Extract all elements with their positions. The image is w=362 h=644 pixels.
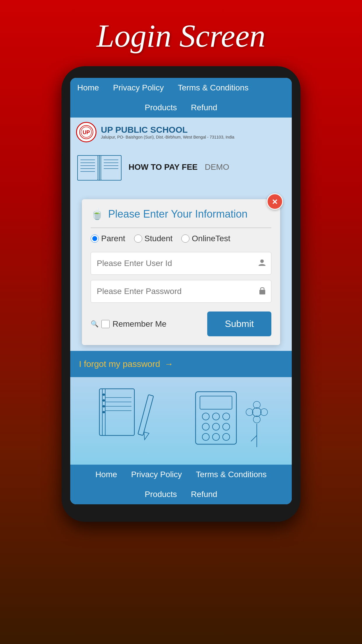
radio-parent[interactable]: Parent bbox=[91, 234, 125, 243]
forgot-password-bar: I forgot my password → bbox=[70, 351, 292, 377]
bottom-illustration bbox=[94, 383, 268, 459]
svg-point-41 bbox=[223, 433, 230, 440]
svg-point-44 bbox=[253, 416, 260, 423]
form-actions: 🔍 Remember Me Submit bbox=[91, 312, 271, 336]
bottom-nav-row2: Products Refund bbox=[70, 484, 292, 504]
bottom-nav-row1: Home Privacy Policy Terms & Conditions bbox=[70, 465, 292, 484]
form-icon: 🍵 bbox=[91, 208, 104, 220]
book-illustration bbox=[76, 150, 123, 185]
svg-point-28 bbox=[103, 411, 105, 413]
userid-wrapper bbox=[91, 252, 271, 275]
page-title-area: Login Screen bbox=[0, 0, 362, 66]
svg-point-35 bbox=[223, 413, 230, 420]
svg-point-43 bbox=[253, 401, 260, 408]
svg-line-48 bbox=[251, 435, 257, 441]
svg-rect-3 bbox=[78, 155, 98, 180]
top-nav: Home Privacy Policy Terms & Conditions P… bbox=[70, 78, 292, 118]
banner-links: HOW TO PAY FEE DEMO bbox=[129, 162, 229, 172]
userid-input[interactable] bbox=[91, 252, 271, 275]
bottom-nav-refund[interactable]: Refund bbox=[184, 484, 224, 504]
login-form: × 🍵 Please Enter Your Information Parent bbox=[82, 199, 280, 345]
phone-wrapper: Home Privacy Policy Terms & Conditions P… bbox=[61, 66, 301, 522]
svg-point-34 bbox=[212, 413, 219, 420]
svg-point-33 bbox=[202, 413, 209, 420]
bottom-nav-privacy[interactable]: Privacy Policy bbox=[124, 465, 189, 484]
svg-point-42 bbox=[252, 408, 261, 416]
password-input[interactable] bbox=[91, 280, 271, 303]
svg-marker-30 bbox=[142, 432, 149, 440]
svg-rect-29 bbox=[138, 395, 154, 435]
illustration-area bbox=[70, 377, 292, 465]
radio-student[interactable]: Student bbox=[134, 234, 173, 243]
svg-rect-4 bbox=[101, 155, 121, 180]
svg-point-25 bbox=[103, 393, 105, 396]
remember-me-label[interactable]: Remember Me bbox=[113, 319, 166, 329]
banner-link2[interactable]: DEMO bbox=[205, 162, 229, 172]
svg-point-27 bbox=[103, 405, 105, 407]
bottom-nav-products[interactable]: Products bbox=[138, 484, 184, 504]
svg-rect-31 bbox=[196, 392, 236, 444]
school-name: UP PUBLIC SCHOOL Jaluipur, PO- Baishgon … bbox=[101, 125, 234, 139]
svg-point-37 bbox=[212, 423, 219, 430]
bottom-nav: Home Privacy Policy Terms & Conditions P… bbox=[70, 465, 292, 504]
nav-row-2: Products Refund bbox=[70, 98, 292, 118]
school-logo: UP bbox=[76, 122, 96, 142]
forgot-password-link[interactable]: I forgot my password → bbox=[79, 359, 173, 369]
svg-point-26 bbox=[103, 399, 105, 402]
svg-rect-32 bbox=[200, 396, 232, 409]
form-title-text: Please Enter Your Information bbox=[108, 208, 247, 220]
nav-row-1: Home Privacy Policy Terms & Conditions bbox=[70, 78, 292, 98]
bottom-nav-home[interactable]: Home bbox=[88, 465, 124, 484]
radio-onlinetest[interactable]: OnlineTest bbox=[181, 234, 230, 243]
nav-products[interactable]: Products bbox=[138, 98, 184, 118]
banner-link1[interactable]: HOW TO PAY FEE bbox=[129, 162, 198, 172]
title-divider bbox=[91, 228, 271, 228]
nav-privacy[interactable]: Privacy Policy bbox=[106, 78, 171, 98]
forgot-password-text: I forgot my password bbox=[79, 359, 160, 369]
remember-me-group: 🔍 Remember Me bbox=[91, 319, 166, 329]
radio-group: Parent Student OnlineTest bbox=[91, 234, 271, 243]
remember-me-checkbox[interactable] bbox=[101, 320, 110, 328]
svg-point-45 bbox=[246, 409, 253, 416]
nav-terms[interactable]: Terms & Conditions bbox=[171, 78, 256, 98]
search-icon-small: 🔍 bbox=[91, 320, 99, 328]
svg-point-17 bbox=[260, 260, 264, 263]
bottom-nav-terms[interactable]: Terms & Conditions bbox=[189, 465, 274, 484]
user-icon bbox=[258, 258, 266, 269]
svg-rect-18 bbox=[259, 290, 265, 295]
banner-content: HOW TO PAY FEE DEMO bbox=[76, 147, 286, 190]
svg-text:UP: UP bbox=[82, 130, 90, 135]
submit-button[interactable]: Submit bbox=[207, 312, 271, 336]
form-wrapper: × 🍵 Please Enter Your Information Parent bbox=[70, 193, 292, 351]
close-button[interactable]: × bbox=[267, 193, 283, 210]
school-header: UP UP PUBLIC SCHOOL Jaluipur, PO- Baishg… bbox=[76, 122, 286, 142]
password-wrapper bbox=[91, 280, 271, 303]
svg-point-40 bbox=[212, 433, 219, 440]
forgot-arrow-icon: → bbox=[164, 359, 173, 369]
banner-area: UP UP PUBLIC SCHOOL Jaluipur, PO- Baishg… bbox=[70, 118, 292, 193]
svg-point-46 bbox=[261, 409, 268, 416]
nav-home[interactable]: Home bbox=[70, 78, 106, 98]
nav-refund[interactable]: Refund bbox=[184, 98, 224, 118]
phone-screen: Home Privacy Policy Terms & Conditions P… bbox=[70, 78, 292, 504]
svg-point-38 bbox=[223, 423, 230, 430]
svg-point-36 bbox=[202, 423, 209, 430]
page-title: Login Screen bbox=[0, 18, 362, 55]
svg-point-39 bbox=[202, 433, 209, 440]
form-title: 🍵 Please Enter Your Information bbox=[91, 208, 271, 220]
lock-icon bbox=[259, 286, 266, 297]
